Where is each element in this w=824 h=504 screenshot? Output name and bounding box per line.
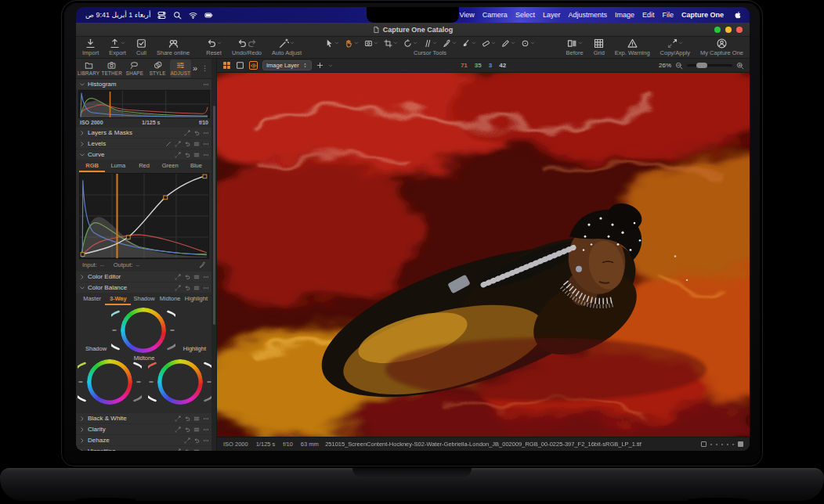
more-icon[interactable] xyxy=(203,141,209,147)
chevron-down-icon[interactable] xyxy=(328,63,333,68)
curve-panel-header[interactable]: Curve xyxy=(76,149,212,160)
search-icon[interactable] xyxy=(173,11,182,20)
zoom-in-icon[interactable] xyxy=(736,62,744,70)
expand-tabs-button[interactable]: » xyxy=(193,64,197,73)
copy-apply-icon[interactable] xyxy=(175,427,181,433)
cb-tab-highlight[interactable]: Highlight xyxy=(183,293,209,305)
zoom-out-icon[interactable] xyxy=(675,62,683,70)
tab-shape[interactable]: SHAPE xyxy=(124,59,145,77)
tool-brush[interactable] xyxy=(462,39,476,48)
single-view-icon[interactable] xyxy=(236,61,244,70)
panel-vignetting[interactable]: Vignetting xyxy=(76,446,212,451)
tool-pencil[interactable] xyxy=(501,39,515,48)
cb-tab-shadow[interactable]: Shadow xyxy=(131,293,157,305)
presets-icon[interactable] xyxy=(193,141,200,147)
auto-adjust-button[interactable]: Auto Adjust xyxy=(272,38,302,56)
tool-color-picker[interactable] xyxy=(443,39,457,48)
photo-canvas[interactable] xyxy=(217,73,750,437)
menu-image[interactable]: Image xyxy=(615,11,634,19)
presets-icon[interactable] xyxy=(193,152,200,158)
shadow-color-wheel[interactable] xyxy=(87,359,132,405)
more-icon[interactable] xyxy=(203,285,209,291)
my-capture-one-button[interactable]: My Capture One xyxy=(700,38,743,56)
reset-button[interactable]: Reset xyxy=(206,38,222,56)
copy-apply-icon[interactable] xyxy=(184,437,190,444)
export-button[interactable]: Export xyxy=(109,38,126,56)
tab-style[interactable]: STYLE xyxy=(147,59,168,77)
shadow-saturation-slider[interactable] xyxy=(78,361,86,403)
panel-clarity[interactable]: Clarity xyxy=(76,424,212,434)
curve-tab-blue[interactable]: Blue xyxy=(183,160,209,172)
zoom-slider[interactable] xyxy=(687,64,732,67)
curve-tab-green[interactable]: Green xyxy=(157,160,183,172)
sidebar-scrollbar[interactable] xyxy=(211,59,216,451)
tool-hand[interactable] xyxy=(345,39,359,48)
menu-camera[interactable]: Camera xyxy=(482,11,508,19)
multi-view-icon[interactable] xyxy=(222,61,231,70)
cb-tab-3way[interactable]: 3-Way xyxy=(105,293,131,305)
curve-graph[interactable] xyxy=(79,173,209,259)
close-button[interactable] xyxy=(736,27,743,33)
presets-icon[interactable] xyxy=(193,448,200,452)
tool-rotate[interactable] xyxy=(403,39,417,48)
midtone-saturation-slider[interactable] xyxy=(111,309,120,351)
curve-tab-red[interactable]: Red xyxy=(131,160,157,172)
menu-layer[interactable]: Layer xyxy=(543,11,561,19)
reset-icon[interactable] xyxy=(184,152,190,158)
thumbnail-size-dots[interactable] xyxy=(710,444,734,445)
menu-adjustments[interactable]: Adjustments xyxy=(568,11,607,19)
panel-levels[interactable]: Levels xyxy=(76,139,212,149)
cb-tab-midtone[interactable]: Midtone xyxy=(157,293,183,305)
thumb-small-icon[interactable] xyxy=(701,441,707,447)
more-icon[interactable] xyxy=(203,427,209,433)
before-button[interactable]: Before xyxy=(566,38,584,56)
copy-apply-icon[interactable] xyxy=(184,130,190,136)
panel-black-white[interactable]: Black & White xyxy=(76,413,212,423)
minimize-button[interactable] xyxy=(725,27,732,33)
cull-button[interactable]: Cull xyxy=(136,38,146,56)
panel-color-editor[interactable]: Color Editor xyxy=(76,272,212,282)
tab-adjust[interactable]: ADJUST xyxy=(170,59,191,77)
copy-apply-icon[interactable] xyxy=(175,285,181,291)
presets-icon[interactable] xyxy=(193,285,200,291)
copy-apply-icon[interactable] xyxy=(175,448,181,452)
panel-layers-masks[interactable]: Layers & Masks xyxy=(76,128,212,138)
more-icon[interactable] xyxy=(203,152,209,158)
highlight-color-wheel[interactable] xyxy=(157,359,203,405)
copy-apply-icon[interactable] xyxy=(175,152,181,158)
wifi-icon[interactable] xyxy=(189,11,197,20)
import-button[interactable]: Import xyxy=(82,38,99,56)
proof-view-icon[interactable] xyxy=(249,61,258,70)
panel-dehaze[interactable]: Dehaze xyxy=(76,435,212,445)
curve-picker-icon[interactable] xyxy=(199,261,206,268)
cb-tab-master[interactable]: Master xyxy=(79,293,105,305)
tool-crop[interactable] xyxy=(384,39,398,48)
color-balance-panel-header[interactable]: Color Balance xyxy=(76,283,212,293)
menu-capture-one[interactable]: Capture One xyxy=(681,11,724,19)
battery-icon[interactable] xyxy=(204,11,213,20)
more-icon[interactable] xyxy=(203,274,209,280)
tool-loupe[interactable] xyxy=(364,39,378,48)
more-icon[interactable] xyxy=(203,81,209,88)
tab-tether[interactable]: TETHER xyxy=(101,59,122,77)
fullscreen-button[interactable] xyxy=(714,27,721,33)
undo-redo-button[interactable]: Undo/Redo xyxy=(232,38,262,56)
more-icon[interactable] xyxy=(203,416,209,422)
grid-button[interactable]: Grid xyxy=(594,38,605,56)
tool-straighten[interactable] xyxy=(423,39,437,48)
midtone-color-wheel[interactable] xyxy=(121,308,166,353)
share-online-button[interactable]: Share online xyxy=(157,38,190,56)
copy-apply-icon[interactable] xyxy=(175,141,181,147)
presets-icon[interactable] xyxy=(193,427,200,433)
more-icon[interactable] xyxy=(203,437,209,444)
add-layer-icon[interactable] xyxy=(316,62,323,69)
auto-levels-icon[interactable] xyxy=(165,141,172,147)
layer-select[interactable]: Image Layer xyxy=(262,60,312,70)
curve-tab-luma[interactable]: Luma xyxy=(105,160,131,172)
reset-icon[interactable] xyxy=(184,274,190,280)
menu-select[interactable]: Select xyxy=(515,11,535,19)
highlight-saturation-slider[interactable] xyxy=(148,361,157,403)
apple-menu-icon[interactable] xyxy=(733,10,742,20)
presets-icon[interactable] xyxy=(193,416,200,422)
tab-menu-button[interactable]: ⋮ xyxy=(201,65,208,72)
